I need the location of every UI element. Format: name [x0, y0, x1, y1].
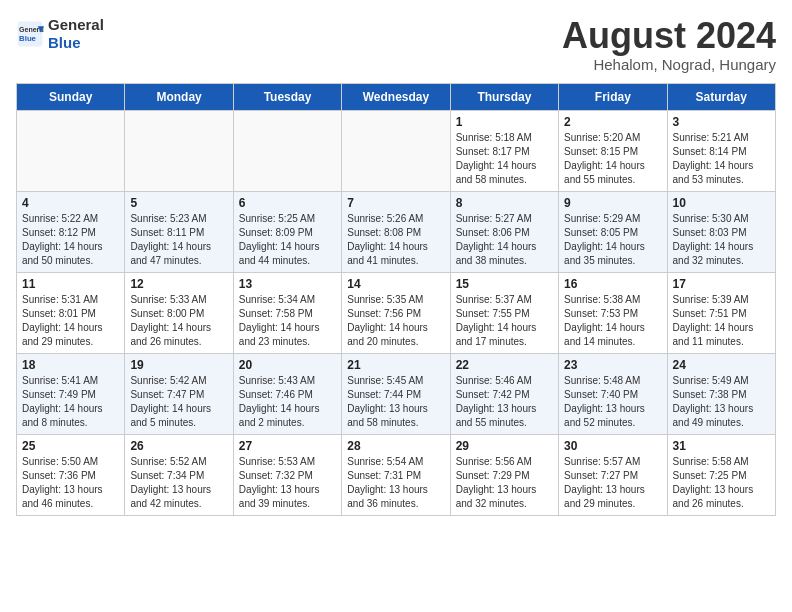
calendar-cell: 6Sunrise: 5:25 AMSunset: 8:09 PMDaylight…: [233, 191, 341, 272]
day-info: Sunrise: 5:54 AMSunset: 7:31 PMDaylight:…: [347, 455, 444, 511]
day-number: 18: [22, 358, 119, 372]
svg-text:Blue: Blue: [19, 34, 37, 43]
day-info: Sunrise: 5:23 AMSunset: 8:11 PMDaylight:…: [130, 212, 227, 268]
calendar-cell: 30Sunrise: 5:57 AMSunset: 7:27 PMDayligh…: [559, 434, 667, 515]
weekday-header-tuesday: Tuesday: [233, 83, 341, 110]
calendar-week-row: 11Sunrise: 5:31 AMSunset: 8:01 PMDayligh…: [17, 272, 776, 353]
calendar-body: 1Sunrise: 5:18 AMSunset: 8:17 PMDaylight…: [17, 110, 776, 515]
calendar-header: SundayMondayTuesdayWednesdayThursdayFrid…: [17, 83, 776, 110]
day-number: 10: [673, 196, 770, 210]
calendar-week-row: 1Sunrise: 5:18 AMSunset: 8:17 PMDaylight…: [17, 110, 776, 191]
day-info: Sunrise: 5:39 AMSunset: 7:51 PMDaylight:…: [673, 293, 770, 349]
calendar-cell: 28Sunrise: 5:54 AMSunset: 7:31 PMDayligh…: [342, 434, 450, 515]
day-number: 22: [456, 358, 553, 372]
day-info: Sunrise: 5:41 AMSunset: 7:49 PMDaylight:…: [22, 374, 119, 430]
day-info: Sunrise: 5:29 AMSunset: 8:05 PMDaylight:…: [564, 212, 661, 268]
day-info: Sunrise: 5:20 AMSunset: 8:15 PMDaylight:…: [564, 131, 661, 187]
calendar-cell: 10Sunrise: 5:30 AMSunset: 8:03 PMDayligh…: [667, 191, 775, 272]
day-number: 3: [673, 115, 770, 129]
day-number: 1: [456, 115, 553, 129]
logo-icon: General Blue: [16, 20, 44, 48]
day-number: 20: [239, 358, 336, 372]
weekday-header-thursday: Thursday: [450, 83, 558, 110]
day-number: 12: [130, 277, 227, 291]
calendar-cell: 11Sunrise: 5:31 AMSunset: 8:01 PMDayligh…: [17, 272, 125, 353]
day-number: 30: [564, 439, 661, 453]
calendar-cell: 16Sunrise: 5:38 AMSunset: 7:53 PMDayligh…: [559, 272, 667, 353]
day-info: Sunrise: 5:49 AMSunset: 7:38 PMDaylight:…: [673, 374, 770, 430]
calendar-cell: 23Sunrise: 5:48 AMSunset: 7:40 PMDayligh…: [559, 353, 667, 434]
calendar-cell: 22Sunrise: 5:46 AMSunset: 7:42 PMDayligh…: [450, 353, 558, 434]
calendar-cell: 20Sunrise: 5:43 AMSunset: 7:46 PMDayligh…: [233, 353, 341, 434]
day-info: Sunrise: 5:45 AMSunset: 7:44 PMDaylight:…: [347, 374, 444, 430]
calendar-cell: 9Sunrise: 5:29 AMSunset: 8:05 PMDaylight…: [559, 191, 667, 272]
day-number: 6: [239, 196, 336, 210]
calendar-cell: 12Sunrise: 5:33 AMSunset: 8:00 PMDayligh…: [125, 272, 233, 353]
month-year-title: August 2024: [562, 16, 776, 56]
day-info: Sunrise: 5:38 AMSunset: 7:53 PMDaylight:…: [564, 293, 661, 349]
calendar-cell: 31Sunrise: 5:58 AMSunset: 7:25 PMDayligh…: [667, 434, 775, 515]
day-number: 9: [564, 196, 661, 210]
day-number: 19: [130, 358, 227, 372]
calendar-cell: 17Sunrise: 5:39 AMSunset: 7:51 PMDayligh…: [667, 272, 775, 353]
day-number: 4: [22, 196, 119, 210]
calendar-cell: 26Sunrise: 5:52 AMSunset: 7:34 PMDayligh…: [125, 434, 233, 515]
day-number: 27: [239, 439, 336, 453]
calendar-cell: [233, 110, 341, 191]
weekday-header-row: SundayMondayTuesdayWednesdayThursdayFrid…: [17, 83, 776, 110]
day-info: Sunrise: 5:58 AMSunset: 7:25 PMDaylight:…: [673, 455, 770, 511]
page-header: General Blue General Blue August 2024 He…: [16, 16, 776, 73]
day-info: Sunrise: 5:21 AMSunset: 8:14 PMDaylight:…: [673, 131, 770, 187]
day-number: 31: [673, 439, 770, 453]
day-number: 26: [130, 439, 227, 453]
calendar-table: SundayMondayTuesdayWednesdayThursdayFrid…: [16, 83, 776, 516]
calendar-cell: 27Sunrise: 5:53 AMSunset: 7:32 PMDayligh…: [233, 434, 341, 515]
day-number: 24: [673, 358, 770, 372]
day-number: 25: [22, 439, 119, 453]
calendar-cell: 2Sunrise: 5:20 AMSunset: 8:15 PMDaylight…: [559, 110, 667, 191]
calendar-week-row: 25Sunrise: 5:50 AMSunset: 7:36 PMDayligh…: [17, 434, 776, 515]
day-number: 7: [347, 196, 444, 210]
day-info: Sunrise: 5:37 AMSunset: 7:55 PMDaylight:…: [456, 293, 553, 349]
day-info: Sunrise: 5:25 AMSunset: 8:09 PMDaylight:…: [239, 212, 336, 268]
day-number: 13: [239, 277, 336, 291]
day-info: Sunrise: 5:46 AMSunset: 7:42 PMDaylight:…: [456, 374, 553, 430]
calendar-cell: [125, 110, 233, 191]
day-number: 28: [347, 439, 444, 453]
calendar-cell: 1Sunrise: 5:18 AMSunset: 8:17 PMDaylight…: [450, 110, 558, 191]
day-number: 8: [456, 196, 553, 210]
calendar-cell: 25Sunrise: 5:50 AMSunset: 7:36 PMDayligh…: [17, 434, 125, 515]
day-number: 29: [456, 439, 553, 453]
calendar-week-row: 4Sunrise: 5:22 AMSunset: 8:12 PMDaylight…: [17, 191, 776, 272]
calendar-cell: 5Sunrise: 5:23 AMSunset: 8:11 PMDaylight…: [125, 191, 233, 272]
day-info: Sunrise: 5:22 AMSunset: 8:12 PMDaylight:…: [22, 212, 119, 268]
day-info: Sunrise: 5:26 AMSunset: 8:08 PMDaylight:…: [347, 212, 444, 268]
calendar-week-row: 18Sunrise: 5:41 AMSunset: 7:49 PMDayligh…: [17, 353, 776, 434]
day-info: Sunrise: 5:34 AMSunset: 7:58 PMDaylight:…: [239, 293, 336, 349]
day-number: 5: [130, 196, 227, 210]
day-info: Sunrise: 5:43 AMSunset: 7:46 PMDaylight:…: [239, 374, 336, 430]
day-info: Sunrise: 5:31 AMSunset: 8:01 PMDaylight:…: [22, 293, 119, 349]
calendar-cell: 29Sunrise: 5:56 AMSunset: 7:29 PMDayligh…: [450, 434, 558, 515]
day-info: Sunrise: 5:52 AMSunset: 7:34 PMDaylight:…: [130, 455, 227, 511]
day-number: 21: [347, 358, 444, 372]
calendar-cell: 8Sunrise: 5:27 AMSunset: 8:06 PMDaylight…: [450, 191, 558, 272]
day-number: 2: [564, 115, 661, 129]
calendar-cell: 18Sunrise: 5:41 AMSunset: 7:49 PMDayligh…: [17, 353, 125, 434]
calendar-cell: 3Sunrise: 5:21 AMSunset: 8:14 PMDaylight…: [667, 110, 775, 191]
calendar-cell: 15Sunrise: 5:37 AMSunset: 7:55 PMDayligh…: [450, 272, 558, 353]
calendar-cell: 13Sunrise: 5:34 AMSunset: 7:58 PMDayligh…: [233, 272, 341, 353]
day-info: Sunrise: 5:56 AMSunset: 7:29 PMDaylight:…: [456, 455, 553, 511]
day-info: Sunrise: 5:27 AMSunset: 8:06 PMDaylight:…: [456, 212, 553, 268]
calendar-cell: [342, 110, 450, 191]
day-info: Sunrise: 5:18 AMSunset: 8:17 PMDaylight:…: [456, 131, 553, 187]
calendar-cell: 4Sunrise: 5:22 AMSunset: 8:12 PMDaylight…: [17, 191, 125, 272]
logo: General Blue General Blue: [16, 16, 104, 52]
calendar-cell: 14Sunrise: 5:35 AMSunset: 7:56 PMDayligh…: [342, 272, 450, 353]
title-block: August 2024 Hehalom, Nograd, Hungary: [562, 16, 776, 73]
day-info: Sunrise: 5:35 AMSunset: 7:56 PMDaylight:…: [347, 293, 444, 349]
calendar-cell: 7Sunrise: 5:26 AMSunset: 8:08 PMDaylight…: [342, 191, 450, 272]
weekday-header-monday: Monday: [125, 83, 233, 110]
weekday-header-sunday: Sunday: [17, 83, 125, 110]
calendar-cell: 21Sunrise: 5:45 AMSunset: 7:44 PMDayligh…: [342, 353, 450, 434]
